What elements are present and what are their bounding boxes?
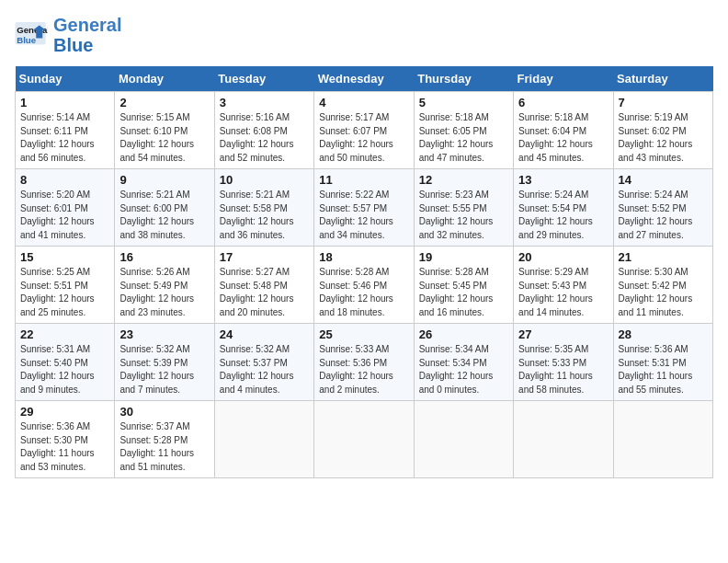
day-number: 3 — [220, 96, 309, 109]
dow-header: Monday — [115, 66, 214, 92]
day-number: 22 — [20, 327, 109, 341]
calendar-cell: 29Sunrise: 5:36 AMSunset: 5:30 PMDayligh… — [16, 401, 115, 478]
day-info: Sunrise: 5:33 AMSunset: 5:36 PMDaylight:… — [319, 343, 408, 396]
day-info: Sunrise: 5:18 AMSunset: 6:04 PMDaylight:… — [518, 111, 608, 165]
day-info: Sunrise: 5:17 AMSunset: 6:07 PMDaylight:… — [319, 111, 408, 165]
day-info: Sunrise: 5:32 AMSunset: 5:37 PMDaylight:… — [220, 343, 309, 396]
day-number: 23 — [119, 327, 209, 341]
day-info: Sunrise: 5:36 AMSunset: 5:30 PMDaylight:… — [20, 420, 109, 474]
calendar-cell — [414, 401, 513, 478]
day-number: 11 — [319, 173, 408, 187]
calendar-cell: 30Sunrise: 5:37 AMSunset: 5:28 PMDayligh… — [115, 401, 214, 478]
day-info: Sunrise: 5:24 AMSunset: 5:54 PMDaylight:… — [518, 189, 608, 242]
day-info: Sunrise: 5:21 AMSunset: 6:00 PMDaylight:… — [119, 189, 209, 242]
dow-header: Thursday — [414, 66, 513, 92]
day-info: Sunrise: 5:25 AMSunset: 5:51 PMDaylight:… — [20, 266, 109, 319]
day-number: 10 — [220, 173, 309, 187]
calendar-table: SundayMondayTuesdayWednesdayThursdayFrid… — [15, 66, 713, 478]
calendar-cell: 17Sunrise: 5:27 AMSunset: 5:48 PMDayligh… — [214, 247, 313, 324]
calendar-cell: 5Sunrise: 5:18 AMSunset: 6:05 PMDaylight… — [414, 92, 513, 169]
calendar-cell: 16Sunrise: 5:26 AMSunset: 5:49 PMDayligh… — [115, 247, 214, 324]
day-info: Sunrise: 5:27 AMSunset: 5:48 PMDaylight:… — [220, 266, 309, 319]
calendar-cell: 23Sunrise: 5:32 AMSunset: 5:39 PMDayligh… — [115, 324, 214, 401]
calendar-cell: 1Sunrise: 5:14 AMSunset: 6:11 PMDaylight… — [16, 92, 115, 169]
calendar-cell — [613, 401, 712, 478]
day-info: Sunrise: 5:15 AMSunset: 6:10 PMDaylight:… — [119, 111, 209, 165]
day-number: 6 — [518, 96, 608, 109]
day-number: 19 — [419, 250, 508, 264]
day-number: 2 — [119, 96, 209, 109]
calendar-cell: 20Sunrise: 5:29 AMSunset: 5:43 PMDayligh… — [514, 247, 613, 324]
day-number: 25 — [319, 327, 408, 341]
calendar-cell: 8Sunrise: 5:20 AMSunset: 6:01 PMDaylight… — [16, 169, 115, 247]
day-number: 9 — [119, 173, 209, 187]
day-number: 26 — [419, 327, 508, 341]
day-info: Sunrise: 5:21 AMSunset: 5:58 PMDaylight:… — [220, 189, 309, 242]
calendar-cell: 10Sunrise: 5:21 AMSunset: 5:58 PMDayligh… — [214, 169, 313, 247]
calendar-cell: 6Sunrise: 5:18 AMSunset: 6:04 PMDaylight… — [514, 92, 613, 169]
day-number: 12 — [419, 173, 508, 187]
day-number: 5 — [419, 96, 508, 109]
dow-header: Sunday — [16, 66, 115, 92]
day-number: 29 — [20, 405, 109, 419]
day-number: 24 — [220, 327, 309, 341]
dow-header: Saturday — [613, 66, 712, 92]
day-info: Sunrise: 5:28 AMSunset: 5:45 PMDaylight:… — [419, 266, 508, 319]
day-info: Sunrise: 5:18 AMSunset: 6:05 PMDaylight:… — [419, 111, 508, 165]
day-number: 30 — [119, 405, 209, 419]
calendar-cell — [214, 401, 313, 478]
calendar-cell: 24Sunrise: 5:32 AMSunset: 5:37 PMDayligh… — [214, 324, 313, 401]
calendar-cell: 27Sunrise: 5:35 AMSunset: 5:33 PMDayligh… — [514, 324, 613, 401]
day-number: 8 — [20, 173, 109, 187]
day-number: 1 — [20, 96, 109, 109]
day-number: 27 — [518, 327, 608, 341]
day-number: 16 — [119, 250, 209, 264]
calendar-cell: 11Sunrise: 5:22 AMSunset: 5:57 PMDayligh… — [314, 169, 414, 247]
day-info: Sunrise: 5:30 AMSunset: 5:42 PMDaylight:… — [619, 266, 708, 319]
day-info: Sunrise: 5:34 AMSunset: 5:34 PMDaylight:… — [419, 343, 508, 396]
calendar-cell — [314, 401, 414, 478]
day-info: Sunrise: 5:26 AMSunset: 5:49 PMDaylight:… — [119, 266, 209, 319]
calendar-cell: 18Sunrise: 5:28 AMSunset: 5:46 PMDayligh… — [314, 247, 414, 324]
day-number: 13 — [518, 173, 608, 187]
calendar-cell: 7Sunrise: 5:19 AMSunset: 6:02 PMDaylight… — [613, 92, 712, 169]
calendar-cell: 25Sunrise: 5:33 AMSunset: 5:36 PMDayligh… — [314, 324, 414, 401]
calendar-cell: 4Sunrise: 5:17 AMSunset: 6:07 PMDaylight… — [314, 92, 414, 169]
day-info: Sunrise: 5:16 AMSunset: 6:08 PMDaylight:… — [220, 111, 309, 165]
dow-header: Tuesday — [214, 66, 313, 92]
day-info: Sunrise: 5:20 AMSunset: 6:01 PMDaylight:… — [20, 189, 109, 242]
day-number: 7 — [619, 96, 708, 109]
day-info: Sunrise: 5:32 AMSunset: 5:39 PMDaylight:… — [119, 343, 209, 396]
day-number: 28 — [619, 327, 708, 341]
dow-header: Wednesday — [314, 66, 414, 92]
day-info: Sunrise: 5:29 AMSunset: 5:43 PMDaylight:… — [518, 266, 608, 319]
calendar-cell: 9Sunrise: 5:21 AMSunset: 6:00 PMDaylight… — [115, 169, 214, 247]
day-number: 4 — [319, 96, 408, 109]
day-number: 20 — [518, 250, 608, 264]
calendar-cell — [514, 401, 613, 478]
dow-header: Friday — [514, 66, 613, 92]
day-info: Sunrise: 5:19 AMSunset: 6:02 PMDaylight:… — [619, 111, 708, 165]
calendar-cell: 2Sunrise: 5:15 AMSunset: 6:10 PMDaylight… — [115, 92, 214, 169]
day-number: 17 — [220, 250, 309, 264]
calendar-cell: 19Sunrise: 5:28 AMSunset: 5:45 PMDayligh… — [414, 247, 513, 324]
calendar-cell: 21Sunrise: 5:30 AMSunset: 5:42 PMDayligh… — [613, 247, 712, 324]
calendar-cell: 26Sunrise: 5:34 AMSunset: 5:34 PMDayligh… — [414, 324, 513, 401]
calendar-cell: 12Sunrise: 5:23 AMSunset: 5:55 PMDayligh… — [414, 169, 513, 247]
calendar-cell: 14Sunrise: 5:24 AMSunset: 5:52 PMDayligh… — [613, 169, 712, 247]
day-info: Sunrise: 5:23 AMSunset: 5:55 PMDaylight:… — [419, 189, 508, 242]
day-number: 15 — [20, 250, 109, 264]
calendar-cell: 22Sunrise: 5:31 AMSunset: 5:40 PMDayligh… — [16, 324, 115, 401]
calendar-cell: 28Sunrise: 5:36 AMSunset: 5:31 PMDayligh… — [613, 324, 712, 401]
day-info: Sunrise: 5:22 AMSunset: 5:57 PMDaylight:… — [319, 189, 408, 242]
day-info: Sunrise: 5:14 AMSunset: 6:11 PMDaylight:… — [20, 111, 109, 165]
logo-text: GeneralBlue — [53, 15, 121, 55]
day-info: Sunrise: 5:31 AMSunset: 5:40 PMDaylight:… — [20, 343, 109, 396]
day-number: 14 — [619, 173, 708, 187]
day-number: 21 — [619, 250, 708, 264]
day-info: Sunrise: 5:37 AMSunset: 5:28 PMDaylight:… — [119, 420, 209, 474]
calendar-cell: 13Sunrise: 5:24 AMSunset: 5:54 PMDayligh… — [514, 169, 613, 247]
day-info: Sunrise: 5:28 AMSunset: 5:46 PMDaylight:… — [319, 266, 408, 319]
day-info: Sunrise: 5:35 AMSunset: 5:33 PMDaylight:… — [518, 343, 608, 396]
svg-text:Blue: Blue — [17, 35, 36, 45]
